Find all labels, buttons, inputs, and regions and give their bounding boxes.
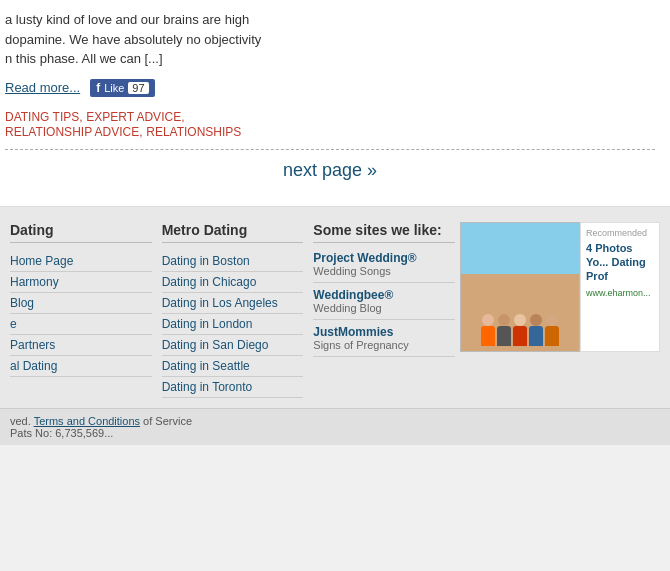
sites-column: Some sites we like: Project Wedding® Wed… — [313, 222, 460, 398]
site-entry-weddingbee: Weddingbee® Wedding Blog — [313, 288, 455, 320]
footer-area: Dating Home Page Harmony Blog e Partners… — [0, 207, 670, 408]
tag-relationship-advice[interactable]: RELATIONSHIP ADVICE — [5, 125, 139, 139]
ad-url: www.eharmon... — [586, 288, 654, 298]
like-label: Like — [104, 82, 124, 94]
tag-relationships[interactable]: RELATIONSHIPS — [146, 125, 241, 139]
next-page-row: next page » — [5, 149, 655, 191]
person-5-body — [545, 326, 559, 346]
tag-dating-tips[interactable]: DATING TIPS — [5, 110, 79, 124]
terms-conditions-link[interactable]: Terms and Conditions — [34, 415, 140, 427]
dating-column: Dating Home Page Harmony Blog e Partners… — [10, 222, 162, 398]
project-wedding-link[interactable]: Project Wedding® — [313, 251, 455, 265]
metro-dating-col-title: Metro Dating — [162, 222, 304, 243]
site-entry-project-wedding: Project Wedding® Wedding Songs — [313, 251, 455, 283]
ad-inner: Recommended 4 Photos Yo... Dating Prof w… — [460, 222, 660, 352]
person-3-head — [514, 314, 526, 326]
site-entry-justmommies: JustMommies Signs of Pregnancy — [313, 325, 455, 357]
article-line3: n this phase. All we can [...] — [5, 51, 163, 66]
dating-e-link[interactable]: e — [10, 314, 152, 335]
person-5-head — [546, 314, 558, 326]
dating-partners-link[interactable]: Partners — [10, 335, 152, 356]
person-2-body — [497, 326, 511, 346]
dating-home-page-link[interactable]: Home Page — [10, 251, 152, 272]
read-more-row: Read more... f Like 97 — [5, 79, 655, 97]
dating-blog-link[interactable]: Blog — [10, 293, 152, 314]
justmommies-link[interactable]: JustMommies — [313, 325, 455, 339]
metro-la-link[interactable]: Dating in Los Angeles — [162, 293, 304, 314]
ad-figures — [481, 314, 559, 351]
justmommies-desc: Signs of Pregnancy — [313, 339, 455, 351]
bottom-bar: ved. Terms and Conditions of Service Pat… — [0, 408, 670, 445]
facebook-icon: f — [96, 81, 100, 95]
like-count: 97 — [128, 82, 148, 94]
service-text: of Service — [143, 415, 192, 427]
phone-number-text: Pats No: 6,735,569... — [10, 427, 113, 439]
person-1-body — [481, 326, 495, 346]
person-4-body — [529, 326, 543, 346]
metro-toronto-link[interactable]: Dating in Toronto — [162, 377, 304, 398]
person-4 — [529, 314, 543, 346]
metro-sandiego-link[interactable]: Dating in San Diego — [162, 335, 304, 356]
metro-dating-column: Metro Dating Dating in Boston Dating in … — [162, 222, 314, 398]
article-text: a lusty kind of love and our brains are … — [5, 10, 655, 69]
dating-harmony-link[interactable]: Harmony — [10, 272, 152, 293]
person-2-head — [498, 314, 510, 326]
weddingbee-link[interactable]: Weddingbee® — [313, 288, 455, 302]
tags-row: DATING TIPS, EXPERT ADVICE, RELATIONSHIP… — [5, 109, 655, 139]
read-more-link[interactable]: Read more... — [5, 80, 80, 95]
metro-seattle-link[interactable]: Dating in Seattle — [162, 356, 304, 377]
sites-col-title: Some sites we like: — [313, 222, 455, 243]
ad-image — [460, 222, 580, 352]
weddingbee-desc: Wedding Blog — [313, 302, 455, 314]
person-1 — [481, 314, 495, 346]
person-3-body — [513, 326, 527, 346]
dating-col-title: Dating — [10, 222, 152, 243]
facebook-like-button[interactable]: f Like 97 — [90, 79, 154, 97]
person-1-head — [482, 314, 494, 326]
ad-box: Recommended 4 Photos Yo... Dating Prof w… — [460, 222, 660, 398]
person-4-head — [530, 314, 542, 326]
article-line1: a lusty kind of love and our brains are … — [5, 12, 249, 27]
main-content-area: a lusty kind of love and our brains are … — [0, 0, 670, 207]
metro-london-link[interactable]: Dating in London — [162, 314, 304, 335]
ad-recommended-label: Recommended — [586, 228, 654, 238]
article-line2: dopamine. We have absolutely no objectiv… — [5, 32, 261, 47]
person-2 — [497, 314, 511, 346]
ad-people-visual — [461, 223, 579, 351]
person-5 — [545, 314, 559, 346]
ad-text-block: Recommended 4 Photos Yo... Dating Prof w… — [580, 222, 660, 352]
dating-al-link[interactable]: al Dating — [10, 356, 152, 377]
next-page-link[interactable]: next page » — [283, 160, 377, 180]
reserved-text: ved. — [10, 415, 31, 427]
person-3 — [513, 314, 527, 346]
metro-boston-link[interactable]: Dating in Boston — [162, 251, 304, 272]
tag-expert-advice[interactable]: EXPERT ADVICE — [86, 110, 181, 124]
project-wedding-desc: Wedding Songs — [313, 265, 455, 277]
ad-title[interactable]: 4 Photos Yo... Dating Prof — [586, 241, 654, 284]
metro-chicago-link[interactable]: Dating in Chicago — [162, 272, 304, 293]
